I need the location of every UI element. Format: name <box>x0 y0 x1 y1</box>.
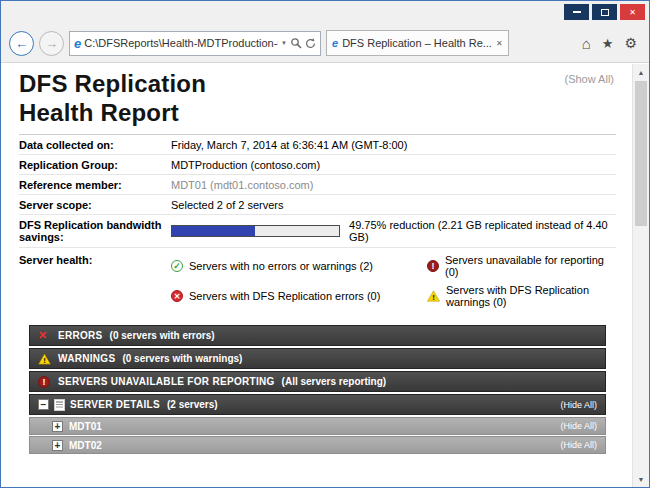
scroll-down-button[interactable]: ▼ <box>633 471 649 487</box>
info-value: MDTProduction (contoso.com) <box>171 159 320 171</box>
forward-icon: → <box>45 36 58 51</box>
collapse-expander[interactable]: − <box>38 399 49 410</box>
show-all-link[interactable]: (Show All) <box>564 73 614 85</box>
yellow-warning-triangle-icon: ! <box>38 353 58 365</box>
server-name: MDT02 <box>69 440 102 451</box>
settings-gear-icon[interactable]: ⚙ <box>624 35 637 51</box>
bandwidth-label: DFS Replication bandwidth savings: <box>19 219 171 243</box>
ie-logo-icon: e <box>74 36 81 51</box>
bandwidth-progress-bar <box>171 225 340 237</box>
info-label: Replication Group: <box>19 159 171 171</box>
info-label: Server scope: <box>19 199 171 211</box>
minimize-icon <box>573 11 581 13</box>
section-detail: (0 servers with warnings) <box>122 353 242 364</box>
address-input[interactable]: C:\DFSReports\Health-MDTProduction-07M <box>84 37 278 49</box>
close-window-button[interactable]: ✕ <box>620 4 645 20</box>
red-exclamation-circle-icon: ! <box>427 260 439 272</box>
back-button[interactable]: ← <box>9 31 34 56</box>
info-row-reference-member: Reference member: MDT01 (mdt01.contoso.c… <box>19 175 616 195</box>
expand-expander[interactable]: + <box>52 440 63 451</box>
hide-all-link[interactable]: (Hide All) <box>560 400 597 410</box>
health-item-label: Servers with DFS Replication errors (0) <box>189 290 380 302</box>
browser-tab[interactable]: e DFS Replication – Health Re... ✕ <box>326 30 509 56</box>
health-item-label: Servers with no errors or warnings (2) <box>189 260 373 272</box>
section-unavailable[interactable]: ! SERVERS UNAVAILABLE FOR REPORTING (All… <box>29 371 606 392</box>
address-dropdown-icon[interactable]: ▼ <box>281 40 287 46</box>
info-row-server-scope: Server scope: Selected 2 of 2 servers <box>19 195 616 215</box>
section-errors[interactable]: ✕ ERRORS (0 servers with errors) <box>29 325 606 346</box>
hide-all-link[interactable]: (Hide All) <box>560 440 597 450</box>
server-row-mdt02[interactable]: + MDT02 (Hide All) <box>29 436 606 454</box>
scroll-up-button[interactable]: ▲ <box>633 64 649 80</box>
section-server-details[interactable]: − SERVER DETAILS (2 servers) (Hide All) <box>29 394 606 415</box>
forward-button[interactable]: → <box>39 31 64 56</box>
refresh-icon[interactable] <box>305 38 316 49</box>
section-title: ERRORS <box>58 330 103 341</box>
section-title: SERVER DETAILS <box>70 399 160 410</box>
address-bar[interactable]: e C:\DFSReports\Health-MDTProduction-07M… <box>69 31 321 56</box>
minimize-button[interactable] <box>564 4 589 20</box>
bandwidth-savings-row: DFS Replication bandwidth savings: 49.75… <box>19 215 616 248</box>
info-value: Selected 2 of 2 servers <box>171 199 284 211</box>
favorites-icon[interactable]: ★ <box>602 36 614 51</box>
info-value: Friday, March 7, 2014 at 6:36:41 AM (GMT… <box>171 139 407 151</box>
page-content: DFS Replication Health Report (Show All)… <box>1 64 649 487</box>
info-row-data-collected: Data collected on: Friday, March 7, 2014… <box>19 135 616 155</box>
green-check-circle-icon: ✓ <box>171 260 183 272</box>
health-item-unavailable: ! Servers unavailable for reporting (0) <box>427 254 616 278</box>
server-row-mdt01[interactable]: + MDT01 (Hide All) <box>29 417 606 435</box>
browser-window: ✕ ← → e C:\DFSReports\Health-MDTProducti… <box>0 0 650 488</box>
info-row-replication-group: Replication Group: MDTProduction (contos… <box>19 155 616 175</box>
info-label: Data collected on: <box>19 139 171 151</box>
svg-text:!: ! <box>432 293 435 302</box>
maximize-icon <box>601 9 609 16</box>
section-detail: (2 servers) <box>167 399 218 410</box>
health-item-no-errors: ✓ Servers with no errors or warnings (2) <box>171 254 427 278</box>
title-bar[interactable]: ✕ <box>1 1 649 25</box>
server-name: MDT01 <box>69 421 102 432</box>
info-label: Reference member: <box>19 179 171 191</box>
health-item-label: Servers unavailable for reporting (0) <box>445 254 616 278</box>
health-item-warnings: ! Servers with DFS Replication warnings … <box>427 284 616 308</box>
tab-close-icon[interactable]: ✕ <box>496 39 503 48</box>
back-icon: ← <box>15 36 28 51</box>
browser-chrome: ✕ ← → e C:\DFSReports\Health-MDTProducti… <box>1 1 649 63</box>
hide-all-link[interactable]: (Hide All) <box>560 421 597 431</box>
report-info-table: Data collected on: Friday, March 7, 2014… <box>19 134 616 312</box>
section-detail: (0 servers with errors) <box>110 330 215 341</box>
info-value: MDT01 (mdt01.contoso.com) <box>171 179 313 191</box>
tab-title: DFS Replication – Health Re... <box>342 37 492 49</box>
yellow-warning-triangle-icon: ! <box>427 290 440 302</box>
red-exclamation-circle-icon: ! <box>38 376 50 388</box>
health-item-errors: ✕ Servers with DFS Replication errors (0… <box>171 284 427 308</box>
navigation-bar: ← → e C:\DFSReports\Health-MDTProduction… <box>1 25 649 61</box>
scrollbar-thumb[interactable] <box>635 81 647 226</box>
section-detail: (All servers reporting) <box>282 376 386 387</box>
home-icon[interactable]: ⌂ <box>582 35 591 52</box>
close-icon: ✕ <box>629 8 636 17</box>
red-x-icon: ✕ <box>38 329 47 342</box>
bandwidth-caption: 49.75% reduction (2.21 GB replicated ins… <box>349 219 616 243</box>
server-health-label: Server health: <box>19 254 171 308</box>
report-header: DFS Replication Health Report (Show All) <box>19 69 616 127</box>
svg-text:!: ! <box>43 356 46 365</box>
tab-favicon-icon: e <box>332 37 338 49</box>
page-title-line1: DFS Replication <box>19 69 616 98</box>
section-title: SERVERS UNAVAILABLE FOR REPORTING <box>58 376 275 387</box>
red-x-circle-icon: ✕ <box>171 290 183 302</box>
vertical-scrollbar[interactable]: ▲ ▼ <box>632 64 649 487</box>
section-title: WARNINGS <box>58 353 115 364</box>
server-report-icon <box>54 399 65 411</box>
expand-expander[interactable]: + <box>52 421 63 432</box>
section-warnings[interactable]: ! WARNINGS (0 servers with warnings) <box>29 348 606 369</box>
server-health-row: Server health: ✓ Servers with no errors … <box>19 248 616 312</box>
maximize-button[interactable] <box>592 4 617 20</box>
page-title-line2: Health Report <box>19 98 616 127</box>
health-item-label: Servers with DFS Replication warnings (0… <box>446 284 616 308</box>
report-sections: ✕ ERRORS (0 servers with errors) ! WARNI… <box>29 325 606 454</box>
search-icon[interactable] <box>290 37 302 49</box>
bandwidth-progress-fill <box>172 226 255 236</box>
